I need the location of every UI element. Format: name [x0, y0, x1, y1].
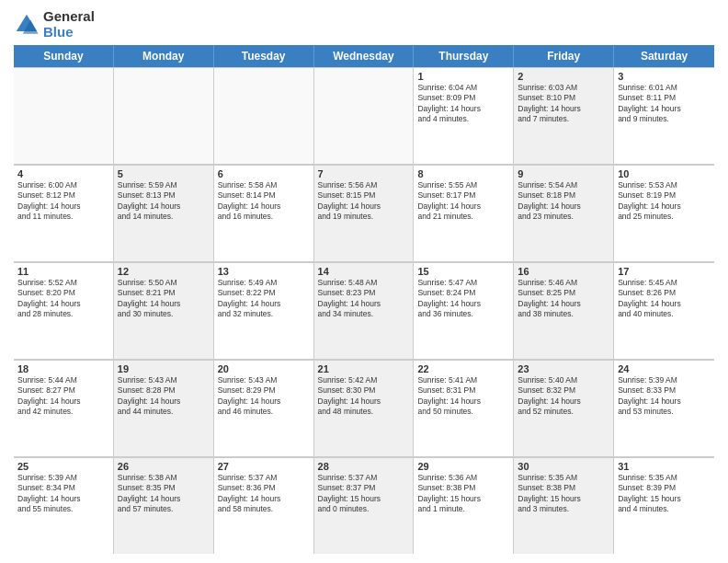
- calendar-cell-15: 15Sunrise: 5:47 AM Sunset: 8:24 PM Dayli…: [414, 263, 514, 359]
- day-details: Sunrise: 6:04 AM Sunset: 8:09 PM Dayligh…: [417, 83, 509, 125]
- calendar-cell-5: 5Sunrise: 5:59 AM Sunset: 8:13 PM Daylig…: [114, 166, 214, 261]
- calendar-cell-12: 12Sunrise: 5:50 AM Sunset: 8:21 PM Dayli…: [114, 263, 214, 359]
- header-day-thursday: Thursday: [414, 45, 514, 67]
- day-number: 14: [318, 266, 410, 277]
- day-number: 18: [17, 363, 109, 374]
- day-details: Sunrise: 5:39 AM Sunset: 8:33 PM Dayligh…: [618, 375, 711, 418]
- day-number: 30: [518, 461, 609, 472]
- day-details: Sunrise: 5:37 AM Sunset: 8:36 PM Dayligh…: [218, 473, 310, 515]
- day-details: Sunrise: 5:41 AM Sunset: 8:31 PM Dayligh…: [417, 375, 509, 418]
- day-number: 8: [417, 168, 509, 179]
- day-number: 29: [417, 461, 509, 472]
- header-day-saturday: Saturday: [614, 45, 714, 67]
- day-number: 19: [118, 363, 210, 374]
- calendar-row-0: 1Sunrise: 6:04 AM Sunset: 8:09 PM Daylig…: [14, 67, 714, 165]
- calendar-cell-16: 16Sunrise: 5:46 AM Sunset: 8:25 PM Dayli…: [514, 263, 614, 359]
- day-details: Sunrise: 5:54 AM Sunset: 8:18 PM Dayligh…: [518, 180, 609, 223]
- day-number: 7: [318, 168, 410, 179]
- calendar-cell-1: 1Sunrise: 6:04 AM Sunset: 8:09 PM Daylig…: [414, 68, 514, 164]
- calendar-cell-9: 9Sunrise: 5:54 AM Sunset: 8:18 PM Daylig…: [514, 166, 614, 261]
- day-details: Sunrise: 5:45 AM Sunset: 8:26 PM Dayligh…: [618, 278, 711, 320]
- day-number: 4: [17, 168, 109, 179]
- calendar-cell-22: 22Sunrise: 5:41 AM Sunset: 8:31 PM Dayli…: [414, 361, 514, 456]
- calendar-cell-29: 29Sunrise: 5:36 AM Sunset: 8:38 PM Dayli…: [414, 458, 514, 554]
- day-details: Sunrise: 5:40 AM Sunset: 8:32 PM Dayligh…: [518, 375, 609, 418]
- calendar-cell-28: 28Sunrise: 5:37 AM Sunset: 8:37 PM Dayli…: [314, 458, 415, 554]
- day-details: Sunrise: 6:00 AM Sunset: 8:12 PM Dayligh…: [17, 180, 109, 223]
- calendar-cell-empty-2: [214, 68, 314, 164]
- calendar-cell-10: 10Sunrise: 5:53 AM Sunset: 8:19 PM Dayli…: [614, 166, 714, 261]
- calendar-cell-2: 2Sunrise: 6:03 AM Sunset: 8:10 PM Daylig…: [514, 68, 614, 164]
- header-day-friday: Friday: [514, 45, 614, 67]
- day-number: 2: [518, 71, 609, 82]
- day-details: Sunrise: 5:47 AM Sunset: 8:24 PM Dayligh…: [417, 278, 509, 320]
- calendar-cell-14: 14Sunrise: 5:48 AM Sunset: 8:23 PM Dayli…: [314, 263, 415, 359]
- day-number: 5: [118, 168, 210, 179]
- day-number: 27: [218, 461, 310, 472]
- day-details: Sunrise: 5:38 AM Sunset: 8:35 PM Dayligh…: [118, 473, 210, 515]
- day-details: Sunrise: 5:43 AM Sunset: 8:29 PM Dayligh…: [218, 375, 310, 418]
- calendar-row-3: 18Sunrise: 5:44 AM Sunset: 8:27 PM Dayli…: [14, 360, 714, 457]
- day-number: 20: [218, 363, 310, 374]
- day-number: 15: [417, 266, 509, 277]
- day-details: Sunrise: 5:59 AM Sunset: 8:13 PM Dayligh…: [118, 180, 210, 223]
- day-number: 9: [518, 168, 609, 179]
- day-details: Sunrise: 5:44 AM Sunset: 8:27 PM Dayligh…: [17, 375, 109, 418]
- calendar-cell-18: 18Sunrise: 5:44 AM Sunset: 8:27 PM Dayli…: [14, 361, 114, 456]
- calendar-cell-4: 4Sunrise: 6:00 AM Sunset: 8:12 PM Daylig…: [14, 166, 114, 261]
- calendar-cell-6: 6Sunrise: 5:58 AM Sunset: 8:14 PM Daylig…: [214, 166, 314, 261]
- day-number: 21: [318, 363, 410, 374]
- day-number: 24: [618, 363, 711, 374]
- calendar-cell-21: 21Sunrise: 5:42 AM Sunset: 8:30 PM Dayli…: [314, 361, 415, 456]
- calendar-cell-empty-0: [14, 68, 114, 164]
- calendar-cell-7: 7Sunrise: 5:56 AM Sunset: 8:15 PM Daylig…: [314, 166, 415, 261]
- day-details: Sunrise: 5:52 AM Sunset: 8:20 PM Dayligh…: [17, 278, 109, 320]
- header: General Blue: [14, 9, 714, 40]
- calendar-cell-27: 27Sunrise: 5:37 AM Sunset: 8:36 PM Dayli…: [214, 458, 314, 554]
- calendar-cell-26: 26Sunrise: 5:38 AM Sunset: 8:35 PM Dayli…: [114, 458, 214, 554]
- calendar-cell-empty-3: [314, 68, 415, 164]
- day-number: 22: [417, 363, 509, 374]
- day-details: Sunrise: 6:01 AM Sunset: 8:11 PM Dayligh…: [618, 83, 711, 125]
- day-details: Sunrise: 5:35 AM Sunset: 8:38 PM Dayligh…: [518, 473, 609, 515]
- day-details: Sunrise: 5:39 AM Sunset: 8:34 PM Dayligh…: [17, 473, 109, 515]
- day-details: Sunrise: 5:35 AM Sunset: 8:39 PM Dayligh…: [618, 473, 711, 515]
- header-day-sunday: Sunday: [14, 45, 114, 67]
- day-number: 26: [118, 461, 210, 472]
- logo-text: General Blue: [43, 9, 95, 40]
- header-day-wednesday: Wednesday: [314, 45, 415, 67]
- calendar-cell-11: 11Sunrise: 5:52 AM Sunset: 8:20 PM Dayli…: [14, 263, 114, 359]
- calendar-cell-31: 31Sunrise: 5:35 AM Sunset: 8:39 PM Dayli…: [614, 458, 714, 554]
- day-number: 16: [518, 266, 609, 277]
- day-details: Sunrise: 5:42 AM Sunset: 8:30 PM Dayligh…: [318, 375, 410, 418]
- header-day-tuesday: Tuesday: [214, 45, 314, 67]
- calendar-cell-8: 8Sunrise: 5:55 AM Sunset: 8:17 PM Daylig…: [414, 166, 514, 261]
- calendar: SundayMondayTuesdayWednesdayThursdayFrid…: [14, 45, 714, 554]
- calendar-cell-25: 25Sunrise: 5:39 AM Sunset: 8:34 PM Dayli…: [14, 458, 114, 554]
- day-number: 12: [118, 266, 210, 277]
- day-details: Sunrise: 5:48 AM Sunset: 8:23 PM Dayligh…: [318, 278, 410, 320]
- day-number: 3: [618, 71, 711, 82]
- day-number: 28: [318, 461, 410, 472]
- day-number: 1: [417, 71, 509, 82]
- calendar-cell-23: 23Sunrise: 5:40 AM Sunset: 8:32 PM Dayli…: [514, 361, 614, 456]
- calendar-body: 1Sunrise: 6:04 AM Sunset: 8:09 PM Daylig…: [14, 67, 714, 554]
- calendar-cell-3: 3Sunrise: 6:01 AM Sunset: 8:11 PM Daylig…: [614, 68, 714, 164]
- calendar-row-1: 4Sunrise: 6:00 AM Sunset: 8:12 PM Daylig…: [14, 165, 714, 262]
- calendar-row-2: 11Sunrise: 5:52 AM Sunset: 8:20 PM Dayli…: [14, 262, 714, 360]
- calendar-header: SundayMondayTuesdayWednesdayThursdayFrid…: [14, 45, 714, 67]
- calendar-cell-19: 19Sunrise: 5:43 AM Sunset: 8:28 PM Dayli…: [114, 361, 214, 456]
- day-details: Sunrise: 5:53 AM Sunset: 8:19 PM Dayligh…: [618, 180, 711, 223]
- day-number: 13: [218, 266, 310, 277]
- day-number: 6: [218, 168, 310, 179]
- calendar-row-4: 25Sunrise: 5:39 AM Sunset: 8:34 PM Dayli…: [14, 457, 714, 554]
- day-number: 25: [17, 461, 109, 472]
- day-number: 10: [618, 168, 711, 179]
- day-details: Sunrise: 6:03 AM Sunset: 8:10 PM Dayligh…: [518, 83, 609, 125]
- logo: General Blue: [14, 9, 95, 40]
- day-number: 23: [518, 363, 609, 374]
- day-details: Sunrise: 5:58 AM Sunset: 8:14 PM Dayligh…: [218, 180, 310, 223]
- calendar-cell-17: 17Sunrise: 5:45 AM Sunset: 8:26 PM Dayli…: [614, 263, 714, 359]
- calendar-cell-empty-1: [114, 68, 214, 164]
- day-details: Sunrise: 5:56 AM Sunset: 8:15 PM Dayligh…: [318, 180, 410, 223]
